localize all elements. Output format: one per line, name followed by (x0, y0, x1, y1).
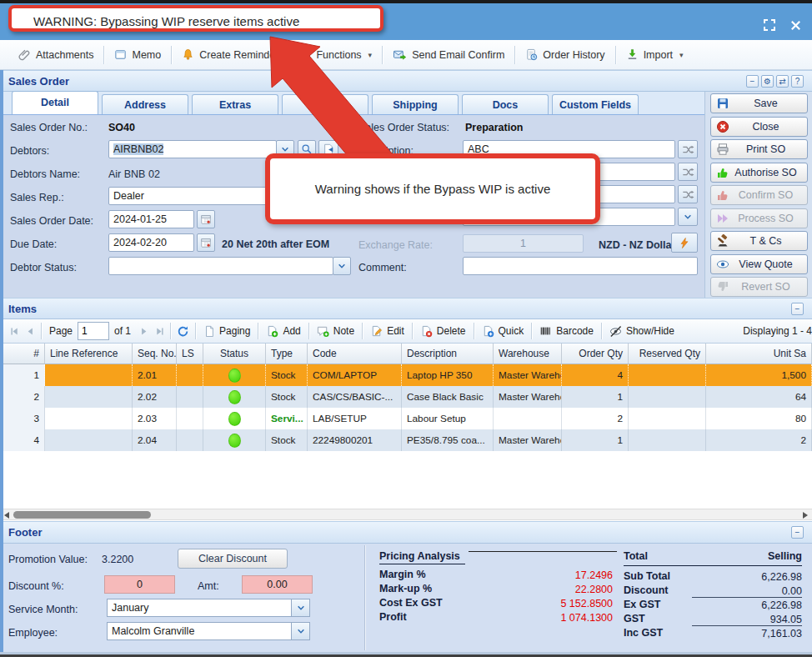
save-button[interactable]: Save (710, 93, 808, 113)
scroll-right-arrow[interactable] (803, 512, 808, 519)
col-header-ls[interactable]: LS (177, 344, 203, 364)
table-row[interactable]: 1 2.01 Stock COM/LAPTOP Laptop HP 350 Ma… (3, 364, 812, 386)
separator (531, 323, 532, 339)
order-history-button[interactable]: Order History (515, 45, 614, 65)
sales-rep-label: Sales Rep.: (10, 192, 64, 203)
tab-detail[interactable]: Detail (12, 91, 98, 114)
create-reminder-button[interactable]: Create Reminder (172, 45, 288, 65)
sales-order-date-input[interactable]: 2024-01-25 (108, 210, 194, 228)
clear-discount-button[interactable]: Clear Discount (178, 549, 288, 569)
edit-button[interactable]: Edit (365, 322, 409, 340)
inc-gst-label: Inc GST (624, 627, 663, 639)
discount-amt-input[interactable]: 0.00 (242, 575, 313, 594)
chevron-down-icon[interactable] (291, 623, 309, 639)
scroll-left-arrow[interactable] (4, 512, 9, 519)
comment-input[interactable] (463, 257, 698, 275)
collapse-button[interactable]: − (791, 303, 804, 315)
table-row[interactable]: 3 2.03 Servi... LAB/SETUP Labour Setup 2… (3, 408, 812, 429)
col-header-type[interactable]: Type (266, 344, 308, 364)
discount-pct-input[interactable]: 0 (104, 575, 175, 594)
barcode-button[interactable]: Barcode (534, 322, 599, 340)
debtor-status-input[interactable] (108, 257, 333, 275)
tab-link[interactable]: Link (282, 94, 368, 114)
employee-select[interactable]: Malcolm Granville (107, 622, 310, 640)
shuffle-icon[interactable] (678, 185, 698, 203)
delete-button[interactable]: Delete (415, 322, 471, 340)
cell-order-qty: 4 (562, 364, 629, 386)
due-date-input[interactable]: 2024-02-20 (108, 233, 194, 252)
page-input[interactable] (78, 322, 109, 340)
chevron-down-icon[interactable] (291, 599, 309, 616)
help-button[interactable]: ? (791, 75, 804, 88)
horizontal-scrollbar[interactable] (0, 509, 812, 520)
col-header-unit-sale[interactable]: Unit Sa (706, 344, 812, 364)
settings-button[interactable]: ⚙ (761, 75, 774, 88)
cell-warehouse: Master Wareho... (494, 386, 562, 408)
collapse-button[interactable]: − (791, 526, 804, 539)
col-header-num[interactable]: # (3, 344, 45, 364)
import-menu[interactable]: Import ▾ (616, 45, 694, 65)
terms-button[interactable]: T & Cs (710, 231, 808, 251)
panel-title: Items (8, 303, 37, 315)
table-row[interactable]: 2 2.02 Stock CAS/CS/BASIC-... Case Black… (3, 386, 812, 408)
sales-rep-input[interactable]: Dealer (108, 187, 282, 205)
cell-code: COM/LAPTOP (308, 364, 402, 386)
print-so-button[interactable]: Print SO (710, 139, 808, 159)
col-header-code[interactable]: Code (308, 344, 402, 364)
cell-status (203, 408, 266, 429)
displaying-count: Displaying 1 - 4 (738, 322, 812, 340)
lightning-icon[interactable] (671, 233, 698, 253)
col-header-warehouse[interactable]: Warehouse (494, 344, 562, 364)
shuffle-icon[interactable] (678, 163, 698, 181)
note-button[interactable]: Note (312, 322, 359, 340)
view-quote-button[interactable]: View Quote (710, 254, 808, 274)
close-icon[interactable] (789, 19, 802, 32)
calendar-icon[interactable] (197, 233, 215, 252)
last-page-icon[interactable] (152, 326, 168, 337)
tab-custom-fields[interactable]: Custom Fields (552, 94, 639, 114)
maximize-icon[interactable] (763, 18, 776, 32)
refresh-icon[interactable] (173, 325, 193, 338)
cell-code: 22249800201 (308, 429, 402, 451)
shuffle-icon[interactable] (678, 140, 698, 158)
tab-docs[interactable]: Docs (462, 94, 549, 114)
functions-menu[interactable]: Functions ▾ (289, 45, 382, 65)
tab-address[interactable]: Address (102, 94, 188, 114)
close-button[interactable]: Close (710, 117, 808, 137)
add-button[interactable]: Add (261, 322, 305, 340)
tab-extras[interactable]: Extras (192, 94, 278, 114)
debtor-status-dropdown-button[interactable] (333, 257, 351, 275)
sales-order-status-label: Sales Order Status: (358, 122, 449, 133)
prev-page-icon[interactable] (23, 326, 38, 337)
debtors-input[interactable]: AIRBNB02 (108, 140, 277, 158)
next-page-icon[interactable] (136, 326, 152, 337)
authorise-so-button[interactable]: Authorise SO (710, 163, 808, 183)
ex-gst-label: Ex GST (624, 599, 660, 610)
send-email-confirm-button[interactable]: Send Email Confirm (383, 45, 514, 65)
quick-button[interactable]: Quick (477, 322, 529, 340)
col-header-order-qty[interactable]: Order Qty (562, 344, 629, 364)
table-row[interactable]: 4 2.04 Stock 22249800201 PE35/8.795 coa.… (3, 429, 812, 451)
col-header-description[interactable]: Description (402, 344, 494, 364)
cell-line-reference (45, 429, 133, 451)
markup-label: Mark-up % (379, 583, 432, 594)
first-page-icon[interactable] (7, 326, 23, 337)
paging-button[interactable]: Paging (198, 322, 255, 340)
service-month-select[interactable]: January (107, 599, 310, 617)
attachments-button[interactable]: Attachments (8, 45, 103, 65)
scrollbar-thumb[interactable] (13, 511, 151, 519)
tab-shipping[interactable]: Shipping (372, 94, 459, 114)
refresh-button[interactable]: ⇄ (776, 75, 789, 88)
col-header-line-reference[interactable]: Line Reference (45, 344, 133, 364)
status-green-dot (228, 369, 241, 383)
col-header-seq[interactable]: Seq. No. (133, 344, 177, 364)
hidden-combo-dropdown-button[interactable] (678, 208, 698, 226)
memo-button[interactable]: Memo (104, 45, 171, 65)
calendar-icon[interactable] (197, 210, 215, 228)
discount-pct-label: Discount %: (8, 580, 64, 592)
col-header-status[interactable]: Status (203, 344, 266, 364)
col-header-reserved-qty[interactable]: Reserved Qty (629, 344, 706, 364)
collapse-button[interactable]: − (746, 75, 759, 88)
show-hide-button[interactable]: Show/Hide (604, 322, 679, 340)
sales-order-status-value: Preparation (465, 122, 523, 133)
